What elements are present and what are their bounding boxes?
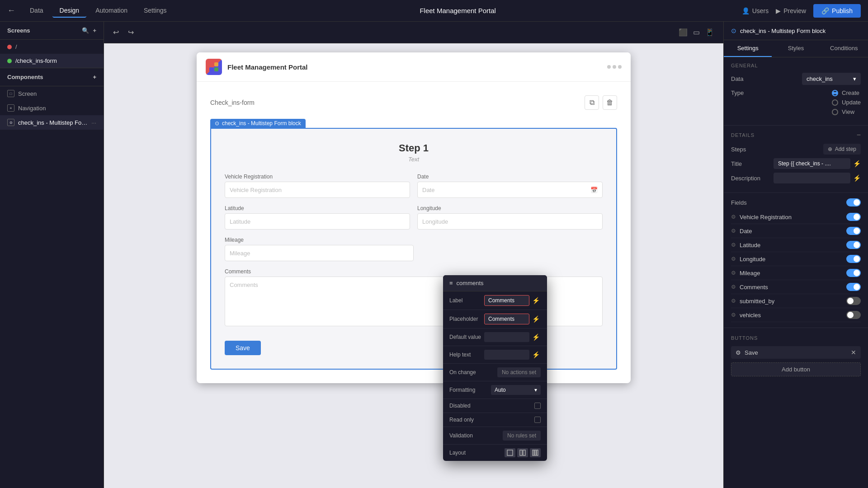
popup-helptext-input[interactable] [484,350,529,360]
layout-btn-3[interactable] [530,448,541,457]
left-sidebar: Screens 🔍 + / /check_ins-form Components… [0,22,104,488]
date-label: Date [417,174,603,180]
popup-disabled-row: Disabled [443,399,547,413]
description-lightning-icon[interactable]: ⚡ [853,174,861,182]
gear-icon-date[interactable]: ⚙ [731,228,736,234]
vehicle-registration-input[interactable]: Vehicle Registration [225,182,410,198]
toggle-mileage[interactable] [846,269,861,277]
popup-default-lightning[interactable]: ⚡ [531,333,541,342]
type-view[interactable]: View [832,108,861,115]
title-row: Title ⚡ [731,158,861,169]
popup-placeholder-lightning[interactable]: ⚡ [531,314,541,324]
gear-icon-comments[interactable]: ⚙ [731,284,736,290]
title-input[interactable] [774,158,850,169]
block-indicator-wrapper: ⊙ check_ins - Multistep Form block [210,119,306,128]
gear-icon-latitude[interactable]: ⚙ [731,242,736,248]
tab-settings[interactable]: Settings [724,40,772,57]
component-item-navigation[interactable]: ≡ Navigation [0,101,104,115]
tab-design[interactable]: Design [52,4,87,18]
delete-save-button[interactable]: ✕ [851,349,856,356]
popup-label-lightning[interactable]: ⚡ [531,296,541,305]
search-icon[interactable]: 🔍 [82,27,89,34]
tab-settings[interactable]: Settings [137,4,174,18]
toggle-comments[interactable] [846,283,861,291]
layout-btn-2[interactable] [517,448,528,457]
mobile-view-button[interactable]: 📱 [703,26,716,38]
type-update[interactable]: Update [832,99,861,106]
save-button[interactable]: Save [225,341,261,355]
gear-icon-vehicle[interactable]: ⚙ [731,214,736,220]
screen-item-checkins[interactable]: /check_ins-form [0,54,104,68]
title-lightning-icon[interactable]: ⚡ [853,160,861,167]
screen-item-root[interactable]: / [0,40,104,54]
screens-label: Screens [7,27,30,34]
form-copy-button[interactable]: ⧉ [585,95,599,110]
type-create[interactable]: Create [832,89,861,96]
buttons-section: Buttons ⚙ Save ✕ Add button [724,328,868,382]
type-radio-group: Create Update View [832,89,861,115]
component-item-screen[interactable]: □ Screen [0,86,104,101]
field-name-vehicles: ⚙ vehicles [731,312,761,319]
back-button[interactable]: ← [7,6,15,15]
preview-button[interactable]: ▶ Preview [776,7,806,14]
popup-default-input[interactable] [484,332,529,342]
publish-button[interactable]: 🔗 Publish [813,4,861,18]
component-item-multistep[interactable]: ⊙ check_ins - Multistep Form b... ··· [0,115,104,130]
date-input[interactable]: Date 📅 [417,182,603,198]
collapse-icon[interactable]: − [857,131,861,139]
tablet-view-button[interactable]: ▭ [691,26,702,38]
desktop-view-button[interactable]: ⬛ [677,26,689,38]
navigation-comp-icon: ≡ [7,104,14,112]
redo-button[interactable]: ↪ [126,26,136,38]
toggle-vehicles[interactable] [846,311,861,319]
add-component-icon[interactable]: + [93,74,96,80]
layout-btn-1[interactable] [505,448,515,457]
tab-conditions[interactable]: Conditions [820,40,868,57]
gear-icon-vehicles[interactable]: ⚙ [731,312,736,318]
description-input[interactable] [774,173,850,183]
multistep-form-block[interactable]: Step 1 Text Vehicle Registration Vehicle… [210,128,617,370]
gear-icon-submitted-by[interactable]: ⚙ [731,298,736,304]
popup-no-actions-badge[interactable]: No actions set [497,367,541,377]
popup-placeholder-value: ⚡ [484,314,541,324]
add-screen-icon[interactable]: + [93,27,96,34]
mileage-input[interactable]: Mileage [225,245,414,261]
undo-button[interactable]: ↩ [111,26,121,38]
popup-formatting-select[interactable]: Auto ▾ [491,385,541,395]
popup-disabled-checkbox[interactable] [534,403,541,409]
data-select[interactable]: check_ins ▾ [802,73,861,85]
more-options-icon[interactable]: ··· [91,119,96,126]
toggle-latitude[interactable] [846,241,861,249]
dot3 [618,65,622,69]
tab-styles[interactable]: Styles [772,40,820,57]
add-button-btn[interactable]: Add button [731,362,861,376]
data-label: Data [731,75,743,82]
form-delete-button[interactable]: 🗑 [603,95,617,110]
button-name-save: ⚙ Save [736,349,758,356]
popup-label-input[interactable] [484,295,529,306]
latitude-input[interactable]: Latitude [225,213,410,230]
tab-automation[interactable]: Automation [88,4,135,18]
field-label-date: Date [740,228,752,235]
tab-data[interactable]: Data [23,4,51,18]
gear-icon-longitude[interactable]: ⚙ [731,256,736,262]
popup-readonly-checkbox[interactable] [534,417,541,423]
toggle-submitted-by[interactable] [846,297,861,305]
popup-no-rules-badge[interactable]: No rules set [503,431,541,441]
toggle-date[interactable] [846,227,861,235]
toggle-vehicle[interactable] [846,213,861,221]
right-actions: 👤 Users ▶ Preview 🔗 Publish [742,4,861,18]
longitude-input[interactable]: Longitude [417,213,603,230]
fields-toggle[interactable] [846,198,861,206]
gear-icon-mileage[interactable]: ⚙ [731,270,736,276]
add-step-button[interactable]: ⊕ Add step [823,144,861,155]
canvas-app-name: Fleet Management Portal [227,63,308,71]
radio-create-circle [832,90,838,96]
popup-placeholder-input[interactable] [484,314,529,324]
gear-icon-save-btn[interactable]: ⚙ [736,349,741,356]
data-select-value: check_ins [807,75,833,82]
users-button[interactable]: 👤 Users [742,7,769,14]
toggle-longitude[interactable] [846,255,861,263]
block-indicator-label: check_ins - Multistep Form block [222,120,301,127]
popup-helptext-lightning[interactable]: ⚡ [531,350,541,359]
